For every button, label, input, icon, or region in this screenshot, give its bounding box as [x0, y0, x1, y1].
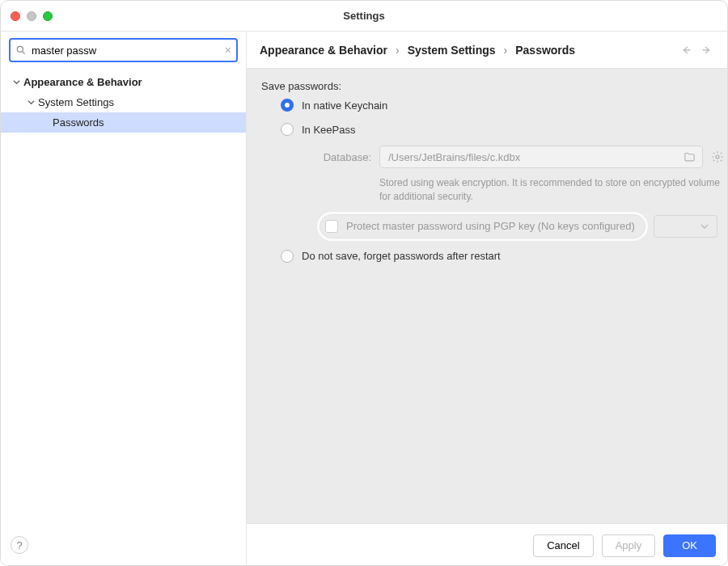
titlebar: Settings: [1, 1, 727, 32]
maximize-window-button[interactable]: [43, 11, 53, 21]
chevron-right-icon: ›: [504, 44, 508, 57]
nav-forward-button[interactable]: [700, 43, 714, 57]
svg-point-4: [716, 155, 719, 158]
minimize-window-button[interactable]: [27, 11, 36, 21]
help-icon: ?: [16, 539, 22, 551]
chevron-down-icon: [12, 78, 20, 87]
save-passwords-heading: Save passwords:: [261, 80, 727, 92]
radio-indicator: [281, 99, 294, 112]
database-label: Database:: [320, 151, 371, 163]
close-window-button[interactable]: [11, 11, 20, 21]
window-title: Settings: [1, 10, 727, 22]
tree-item-passwords[interactable]: Passwords: [1, 112, 246, 133]
radio-label: Do not save, forget passwords after rest…: [302, 250, 501, 262]
pgp-key-select[interactable]: [654, 215, 717, 238]
settings-sidebar: × Appearance & Behavior System Settings: [1, 32, 247, 566]
nav-back-button[interactable]: [679, 43, 693, 57]
gear-icon[interactable]: [711, 150, 724, 163]
tree-item-appearance-behavior[interactable]: Appearance & Behavior: [1, 72, 246, 92]
dialog-footer: Cancel Apply OK: [247, 523, 727, 566]
radio-native-keychain[interactable]: In native Keychain: [261, 99, 727, 112]
passwords-panel: Save passwords: In native Keychain In Ke…: [247, 69, 727, 523]
radio-label: In KeePass: [302, 124, 356, 136]
chevron-right-icon: ›: [396, 44, 400, 57]
radio-label: In native Keychain: [302, 99, 387, 112]
radio-do-not-save[interactable]: Do not save, forget passwords after rest…: [261, 250, 727, 263]
cancel-button[interactable]: Cancel: [533, 534, 593, 557]
tree-item-label: System Settings: [38, 96, 114, 108]
radio-keepass[interactable]: In KeePass: [261, 123, 727, 136]
breadcrumb-part: Passwords: [515, 44, 575, 57]
breadcrumb-part[interactable]: System Settings: [408, 44, 496, 57]
tree-item-label: Passwords: [53, 116, 104, 129]
window-controls: [11, 11, 53, 21]
chevron-down-icon: [700, 222, 709, 230]
radio-indicator: [281, 250, 294, 263]
pgp-protect-checkbox[interactable]: Protect master password using PGP key (N…: [320, 214, 645, 239]
apply-button[interactable]: Apply: [602, 534, 656, 557]
breadcrumb-part[interactable]: Appearance & Behavior: [260, 44, 387, 57]
search-input[interactable]: [32, 44, 220, 57]
tree-item-system-settings[interactable]: System Settings: [1, 92, 246, 112]
database-hint: Stored using weak encryption. It is reco…: [320, 176, 727, 205]
help-button[interactable]: ?: [11, 536, 28, 554]
tree-item-label: Appearance & Behavior: [23, 76, 142, 88]
checkbox-indicator: [325, 220, 338, 233]
settings-main: Appearance & Behavior › System Settings …: [247, 32, 727, 566]
database-path-value: /Users/JetBrains/files/c.kdbx: [388, 151, 520, 163]
breadcrumb-bar: Appearance & Behavior › System Settings …: [247, 32, 727, 69]
breadcrumb: Appearance & Behavior › System Settings …: [260, 44, 672, 57]
pgp-label: Protect master password using PGP key (N…: [346, 220, 635, 232]
radio-indicator: [281, 123, 294, 136]
svg-point-0: [17, 46, 23, 52]
database-path-field[interactable]: /Users/JetBrains/files/c.kdbx: [379, 146, 703, 168]
clear-search-icon[interactable]: ×: [225, 44, 231, 57]
ok-button[interactable]: OK: [663, 534, 716, 557]
svg-line-1: [22, 51, 24, 53]
settings-tree: Appearance & Behavior System Settings Pa…: [1, 69, 246, 566]
search-icon: [15, 44, 27, 56]
settings-search[interactable]: ×: [9, 38, 238, 62]
folder-icon[interactable]: [684, 151, 696, 166]
chevron-down-icon: [27, 99, 35, 107]
